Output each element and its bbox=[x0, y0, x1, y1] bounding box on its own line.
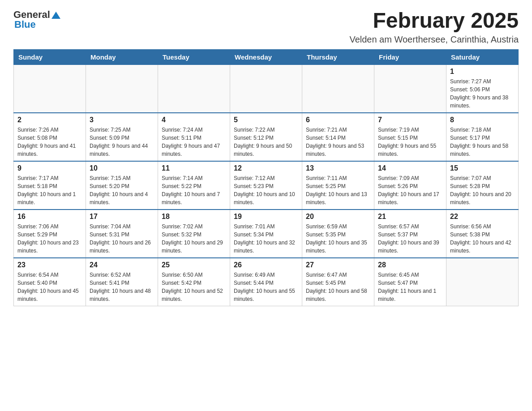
day-info: Sunrise: 7:18 AMSunset: 5:17 PMDaylight:… bbox=[450, 126, 515, 158]
day-number: 12 bbox=[234, 164, 298, 172]
day-info: Sunrise: 6:54 AMSunset: 5:40 PMDaylight:… bbox=[17, 271, 82, 303]
calendar-cell: 6Sunrise: 7:21 AMSunset: 5:14 PMDaylight… bbox=[302, 113, 374, 161]
weekday-header-tuesday: Tuesday bbox=[158, 49, 230, 64]
day-info: Sunrise: 7:12 AMSunset: 5:23 PMDaylight:… bbox=[234, 174, 298, 206]
day-info: Sunrise: 7:22 AMSunset: 5:12 PMDaylight:… bbox=[234, 126, 298, 158]
day-info: Sunrise: 7:25 AMSunset: 5:09 PMDaylight:… bbox=[90, 126, 154, 158]
day-number: 19 bbox=[234, 213, 298, 221]
calendar-week-row: 16Sunrise: 7:06 AMSunset: 5:29 PMDayligh… bbox=[14, 210, 519, 258]
calendar-cell: 17Sunrise: 7:04 AMSunset: 5:31 PMDayligh… bbox=[86, 210, 158, 258]
day-info: Sunrise: 7:19 AMSunset: 5:15 PMDaylight:… bbox=[378, 126, 442, 158]
calendar-cell: 22Sunrise: 6:56 AMSunset: 5:38 PMDayligh… bbox=[446, 210, 519, 258]
page-header: General Blue February 2025 Velden am Woe… bbox=[13, 9, 519, 45]
calendar-cell: 4Sunrise: 7:24 AMSunset: 5:11 PMDaylight… bbox=[158, 113, 230, 161]
weekday-header-monday: Monday bbox=[86, 49, 158, 64]
calendar-cell: 26Sunrise: 6:49 AMSunset: 5:44 PMDayligh… bbox=[230, 258, 302, 306]
calendar-cell: 13Sunrise: 7:11 AMSunset: 5:25 PMDayligh… bbox=[302, 161, 374, 210]
calendar-cell: 18Sunrise: 7:02 AMSunset: 5:32 PMDayligh… bbox=[158, 210, 230, 258]
day-info: Sunrise: 7:09 AMSunset: 5:26 PMDaylight:… bbox=[378, 174, 442, 206]
day-info: Sunrise: 6:50 AMSunset: 5:42 PMDaylight:… bbox=[162, 271, 226, 303]
weekday-header-wednesday: Wednesday bbox=[230, 49, 302, 64]
weekday-header-saturday: Saturday bbox=[446, 49, 519, 64]
calendar-body: 1Sunrise: 7:27 AMSunset: 5:06 PMDaylight… bbox=[14, 64, 519, 306]
calendar-cell: 24Sunrise: 6:52 AMSunset: 5:41 PMDayligh… bbox=[86, 258, 158, 306]
day-info: Sunrise: 6:45 AMSunset: 5:47 PMDaylight:… bbox=[378, 271, 442, 303]
day-number: 8 bbox=[450, 116, 515, 124]
svg-marker-0 bbox=[51, 12, 60, 19]
day-number: 3 bbox=[90, 116, 154, 124]
calendar-cell: 20Sunrise: 6:59 AMSunset: 5:35 PMDayligh… bbox=[302, 210, 374, 258]
day-number: 21 bbox=[378, 213, 442, 221]
weekday-header-sunday: Sunday bbox=[14, 49, 86, 64]
calendar-cell bbox=[158, 64, 230, 113]
day-info: Sunrise: 7:26 AMSunset: 5:08 PMDaylight:… bbox=[17, 126, 82, 158]
calendar-cell: 3Sunrise: 7:25 AMSunset: 5:09 PMDaylight… bbox=[86, 113, 158, 161]
day-info: Sunrise: 7:27 AMSunset: 5:06 PMDaylight:… bbox=[450, 77, 515, 110]
day-info: Sunrise: 7:04 AMSunset: 5:31 PMDaylight:… bbox=[90, 223, 154, 255]
day-number: 24 bbox=[90, 261, 154, 269]
calendar-table: SundayMondayTuesdayWednesdayThursdayFrid… bbox=[13, 49, 519, 306]
calendar-cell bbox=[14, 64, 86, 113]
month-title: February 2025 bbox=[349, 9, 519, 33]
day-info: Sunrise: 6:56 AMSunset: 5:38 PMDaylight:… bbox=[450, 223, 515, 255]
day-number: 2 bbox=[17, 116, 82, 124]
day-number: 7 bbox=[378, 116, 442, 124]
day-info: Sunrise: 7:02 AMSunset: 5:32 PMDaylight:… bbox=[162, 223, 226, 255]
day-number: 16 bbox=[17, 213, 82, 221]
day-info: Sunrise: 7:11 AMSunset: 5:25 PMDaylight:… bbox=[306, 174, 370, 206]
calendar-cell: 8Sunrise: 7:18 AMSunset: 5:17 PMDaylight… bbox=[446, 113, 519, 161]
calendar-cell: 23Sunrise: 6:54 AMSunset: 5:40 PMDayligh… bbox=[14, 258, 86, 306]
calendar-cell bbox=[446, 258, 519, 306]
day-info: Sunrise: 6:49 AMSunset: 5:44 PMDaylight:… bbox=[234, 271, 298, 303]
calendar-week-row: 2Sunrise: 7:26 AMSunset: 5:08 PMDaylight… bbox=[14, 113, 519, 161]
day-info: Sunrise: 7:06 AMSunset: 5:29 PMDaylight:… bbox=[17, 223, 82, 255]
day-info: Sunrise: 7:17 AMSunset: 5:18 PMDaylight:… bbox=[17, 174, 82, 206]
calendar-cell: 5Sunrise: 7:22 AMSunset: 5:12 PMDaylight… bbox=[230, 113, 302, 161]
calendar-cell: 16Sunrise: 7:06 AMSunset: 5:29 PMDayligh… bbox=[14, 210, 86, 258]
day-info: Sunrise: 7:24 AMSunset: 5:11 PMDaylight:… bbox=[162, 126, 226, 158]
calendar-week-row: 23Sunrise: 6:54 AMSunset: 5:40 PMDayligh… bbox=[14, 258, 519, 306]
day-info: Sunrise: 6:59 AMSunset: 5:35 PMDaylight:… bbox=[306, 223, 370, 255]
day-number: 14 bbox=[378, 164, 442, 172]
calendar-cell: 10Sunrise: 7:15 AMSunset: 5:20 PMDayligh… bbox=[86, 161, 158, 210]
weekday-header-friday: Friday bbox=[374, 49, 446, 64]
calendar-week-row: 1Sunrise: 7:27 AMSunset: 5:06 PMDaylight… bbox=[14, 64, 519, 113]
day-number: 9 bbox=[17, 164, 82, 172]
day-number: 13 bbox=[306, 164, 370, 172]
logo-blue-text: Blue bbox=[14, 19, 61, 30]
calendar-cell bbox=[374, 64, 446, 113]
day-number: 11 bbox=[162, 164, 226, 172]
day-info: Sunrise: 7:21 AMSunset: 5:14 PMDaylight:… bbox=[306, 126, 370, 158]
day-info: Sunrise: 6:47 AMSunset: 5:45 PMDaylight:… bbox=[306, 271, 370, 303]
day-number: 5 bbox=[234, 116, 298, 124]
day-number: 18 bbox=[162, 213, 226, 221]
day-number: 15 bbox=[450, 164, 515, 172]
weekday-header-row: SundayMondayTuesdayWednesdayThursdayFrid… bbox=[14, 49, 519, 64]
calendar-cell: 27Sunrise: 6:47 AMSunset: 5:45 PMDayligh… bbox=[302, 258, 374, 306]
day-info: Sunrise: 7:14 AMSunset: 5:22 PMDaylight:… bbox=[162, 174, 226, 206]
calendar-cell: 2Sunrise: 7:26 AMSunset: 5:08 PMDaylight… bbox=[14, 113, 86, 161]
calendar-cell bbox=[302, 64, 374, 113]
calendar-header: SundayMondayTuesdayWednesdayThursdayFrid… bbox=[14, 49, 519, 64]
calendar-cell: 14Sunrise: 7:09 AMSunset: 5:26 PMDayligh… bbox=[374, 161, 446, 210]
day-number: 27 bbox=[306, 261, 370, 269]
day-info: Sunrise: 6:52 AMSunset: 5:41 PMDaylight:… bbox=[90, 271, 154, 303]
day-number: 20 bbox=[306, 213, 370, 221]
day-number: 23 bbox=[17, 261, 82, 269]
day-number: 22 bbox=[450, 213, 515, 221]
day-number: 28 bbox=[378, 261, 442, 269]
calendar-cell: 11Sunrise: 7:14 AMSunset: 5:22 PMDayligh… bbox=[158, 161, 230, 210]
logo: General Blue bbox=[13, 9, 61, 30]
day-info: Sunrise: 7:01 AMSunset: 5:34 PMDaylight:… bbox=[234, 223, 298, 255]
calendar-cell: 25Sunrise: 6:50 AMSunset: 5:42 PMDayligh… bbox=[158, 258, 230, 306]
day-number: 10 bbox=[90, 164, 154, 172]
calendar-cell bbox=[230, 64, 302, 113]
day-number: 1 bbox=[450, 68, 515, 76]
calendar-cell: 19Sunrise: 7:01 AMSunset: 5:34 PMDayligh… bbox=[230, 210, 302, 258]
calendar-cell: 12Sunrise: 7:12 AMSunset: 5:23 PMDayligh… bbox=[230, 161, 302, 210]
day-info: Sunrise: 6:57 AMSunset: 5:37 PMDaylight:… bbox=[378, 223, 442, 255]
calendar-cell: 28Sunrise: 6:45 AMSunset: 5:47 PMDayligh… bbox=[374, 258, 446, 306]
day-number: 6 bbox=[306, 116, 370, 124]
day-info: Sunrise: 7:15 AMSunset: 5:20 PMDaylight:… bbox=[90, 174, 154, 206]
calendar-cell bbox=[86, 64, 158, 113]
